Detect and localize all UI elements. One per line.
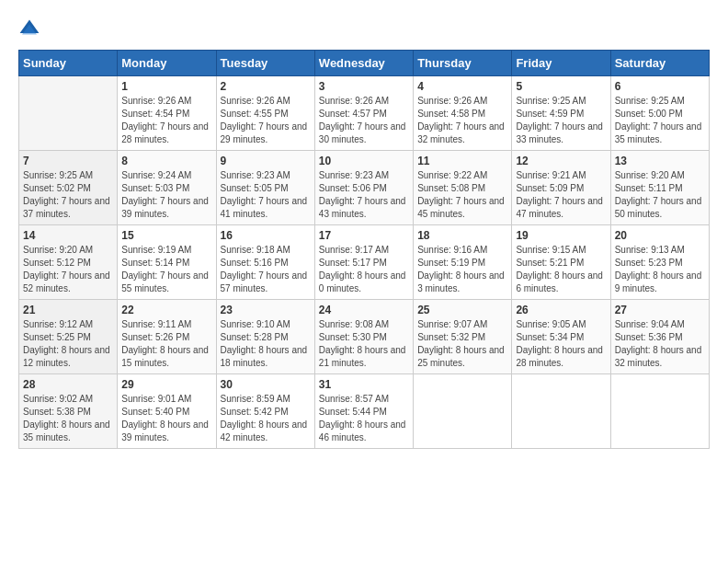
day-info: Sunrise: 9:25 AMSunset: 5:00 PMDaylight:…	[615, 95, 705, 146]
day-number: 20	[615, 229, 705, 242]
calendar-cell: 31Sunrise: 8:57 AMSunset: 5:44 PMDayligh…	[314, 374, 413, 449]
day-number: 25	[417, 304, 507, 316]
day-number: 21	[23, 304, 113, 316]
calendar-cell: 25Sunrise: 9:07 AMSunset: 5:32 PMDayligh…	[414, 300, 512, 374]
calendar-cell: 23Sunrise: 9:10 AMSunset: 5:28 PMDayligh…	[216, 300, 314, 374]
weekday-header-tuesday: Tuesday	[216, 51, 314, 76]
calendar-cell: 9Sunrise: 9:23 AMSunset: 5:05 PMDaylight…	[216, 151, 314, 225]
day-info: Sunrise: 9:23 AMSunset: 5:06 PMDaylight:…	[319, 169, 409, 221]
calendar-cell: 17Sunrise: 9:17 AMSunset: 5:17 PMDayligh…	[314, 225, 413, 300]
day-info: Sunrise: 9:26 AMSunset: 4:57 PMDaylight:…	[319, 95, 409, 146]
day-number: 10	[319, 155, 409, 167]
calendar-cell: 24Sunrise: 9:08 AMSunset: 5:30 PMDayligh…	[314, 300, 413, 374]
calendar-cell	[414, 374, 512, 449]
calendar-cell: 13Sunrise: 9:20 AMSunset: 5:11 PMDayligh…	[610, 151, 709, 225]
day-number: 8	[121, 155, 211, 167]
day-number: 18	[417, 229, 507, 242]
day-number: 4	[417, 80, 507, 93]
calendar-week-4: 21Sunrise: 9:12 AMSunset: 5:25 PMDayligh…	[19, 300, 710, 374]
day-info: Sunrise: 8:57 AMSunset: 5:44 PMDaylight:…	[319, 393, 409, 444]
calendar-cell: 21Sunrise: 9:12 AMSunset: 5:25 PMDayligh…	[19, 300, 118, 374]
day-number: 7	[23, 155, 113, 167]
calendar-cell: 20Sunrise: 9:13 AMSunset: 5:23 PMDayligh…	[610, 225, 709, 300]
header	[18, 18, 710, 40]
calendar-cell: 2Sunrise: 9:26 AMSunset: 4:55 PMDaylight…	[216, 76, 314, 151]
day-number: 16	[221, 229, 311, 242]
calendar-cell: 16Sunrise: 9:18 AMSunset: 5:16 PMDayligh…	[216, 225, 314, 300]
day-number: 31	[319, 378, 409, 391]
weekday-header-monday: Monday	[118, 51, 216, 76]
calendar-cell: 10Sunrise: 9:23 AMSunset: 5:06 PMDayligh…	[314, 151, 413, 225]
weekday-header-wednesday: Wednesday	[314, 51, 413, 76]
day-info: Sunrise: 9:05 AMSunset: 5:34 PMDaylight:…	[516, 318, 606, 370]
day-number: 15	[121, 229, 211, 242]
day-info: Sunrise: 9:25 AMSunset: 4:59 PMDaylight:…	[516, 95, 606, 146]
day-info: Sunrise: 9:26 AMSunset: 4:58 PMDaylight:…	[417, 95, 507, 146]
calendar-week-3: 14Sunrise: 9:20 AMSunset: 5:12 PMDayligh…	[19, 225, 710, 300]
calendar-week-5: 28Sunrise: 9:02 AMSunset: 5:38 PMDayligh…	[19, 374, 710, 449]
calendar-cell: 22Sunrise: 9:11 AMSunset: 5:26 PMDayligh…	[118, 300, 216, 374]
day-info: Sunrise: 9:20 AMSunset: 5:11 PMDaylight:…	[615, 169, 705, 221]
day-info: Sunrise: 9:04 AMSunset: 5:36 PMDaylight:…	[615, 318, 705, 370]
day-number: 17	[319, 229, 409, 242]
day-info: Sunrise: 9:25 AMSunset: 5:02 PMDaylight:…	[23, 169, 113, 221]
calendar-cell: 12Sunrise: 9:21 AMSunset: 5:09 PMDayligh…	[512, 151, 610, 225]
day-info: Sunrise: 9:13 AMSunset: 5:23 PMDaylight:…	[615, 244, 705, 295]
weekday-header-saturday: Saturday	[610, 51, 709, 76]
day-number: 6	[615, 80, 705, 93]
weekday-header-friday: Friday	[512, 51, 610, 76]
calendar-cell: 26Sunrise: 9:05 AMSunset: 5:34 PMDayligh…	[512, 300, 610, 374]
logo	[18, 18, 44, 40]
calendar-cell: 29Sunrise: 9:01 AMSunset: 5:40 PMDayligh…	[118, 374, 216, 449]
day-number: 14	[23, 229, 113, 242]
calendar-cell: 1Sunrise: 9:26 AMSunset: 4:54 PMDaylight…	[118, 76, 216, 151]
day-info: Sunrise: 9:10 AMSunset: 5:28 PMDaylight:…	[221, 318, 311, 370]
day-number: 11	[417, 155, 507, 167]
day-info: Sunrise: 9:19 AMSunset: 5:14 PMDaylight:…	[121, 244, 211, 295]
day-number: 30	[221, 378, 311, 391]
calendar-cell: 7Sunrise: 9:25 AMSunset: 5:02 PMDaylight…	[19, 151, 118, 225]
calendar-cell: 4Sunrise: 9:26 AMSunset: 4:58 PMDaylight…	[414, 76, 512, 151]
day-number: 29	[121, 378, 211, 391]
day-info: Sunrise: 9:01 AMSunset: 5:40 PMDaylight:…	[121, 393, 211, 444]
day-info: Sunrise: 9:08 AMSunset: 5:30 PMDaylight:…	[319, 318, 409, 370]
day-info: Sunrise: 9:23 AMSunset: 5:05 PMDaylight:…	[221, 169, 311, 221]
day-number: 13	[615, 155, 705, 167]
calendar-table: SundayMondayTuesdayWednesdayThursdayFrid…	[18, 50, 710, 449]
day-info: Sunrise: 9:26 AMSunset: 4:54 PMDaylight:…	[121, 95, 211, 146]
calendar-cell: 8Sunrise: 9:24 AMSunset: 5:03 PMDaylight…	[118, 151, 216, 225]
calendar-cell: 6Sunrise: 9:25 AMSunset: 5:00 PMDaylight…	[610, 76, 709, 151]
calendar-cell: 18Sunrise: 9:16 AMSunset: 5:19 PMDayligh…	[414, 225, 512, 300]
calendar-cell: 11Sunrise: 9:22 AMSunset: 5:08 PMDayligh…	[414, 151, 512, 225]
day-number: 27	[615, 304, 705, 316]
day-number: 5	[516, 80, 606, 93]
day-number: 28	[23, 378, 113, 391]
day-info: Sunrise: 9:16 AMSunset: 5:19 PMDaylight:…	[417, 244, 507, 295]
day-number: 3	[319, 80, 409, 93]
day-info: Sunrise: 9:24 AMSunset: 5:03 PMDaylight:…	[121, 169, 211, 221]
weekday-header-thursday: Thursday	[414, 51, 512, 76]
day-number: 24	[319, 304, 409, 316]
day-number: 23	[221, 304, 311, 316]
day-info: Sunrise: 9:26 AMSunset: 4:55 PMDaylight:…	[221, 95, 311, 146]
day-info: Sunrise: 9:22 AMSunset: 5:08 PMDaylight:…	[417, 169, 507, 221]
day-info: Sunrise: 9:18 AMSunset: 5:16 PMDaylight:…	[221, 244, 311, 295]
calendar-cell	[19, 76, 118, 151]
day-number: 2	[221, 80, 311, 93]
day-info: Sunrise: 9:17 AMSunset: 5:17 PMDaylight:…	[319, 244, 409, 295]
calendar-cell	[610, 374, 709, 449]
calendar-cell: 3Sunrise: 9:26 AMSunset: 4:57 PMDaylight…	[314, 76, 413, 151]
day-number: 9	[221, 155, 311, 167]
day-number: 19	[516, 229, 606, 242]
day-number: 1	[121, 80, 211, 93]
calendar-cell: 30Sunrise: 8:59 AMSunset: 5:42 PMDayligh…	[216, 374, 314, 449]
calendar-cell: 14Sunrise: 9:20 AMSunset: 5:12 PMDayligh…	[19, 225, 118, 300]
day-info: Sunrise: 9:07 AMSunset: 5:32 PMDaylight:…	[417, 318, 507, 370]
logo-icon	[18, 18, 40, 40]
calendar-cell: 19Sunrise: 9:15 AMSunset: 5:21 PMDayligh…	[512, 225, 610, 300]
calendar-cell: 5Sunrise: 9:25 AMSunset: 4:59 PMDaylight…	[512, 76, 610, 151]
day-info: Sunrise: 9:20 AMSunset: 5:12 PMDaylight:…	[23, 244, 113, 295]
calendar-cell	[512, 374, 610, 449]
day-number: 22	[121, 304, 211, 316]
calendar-cell: 27Sunrise: 9:04 AMSunset: 5:36 PMDayligh…	[610, 300, 709, 374]
